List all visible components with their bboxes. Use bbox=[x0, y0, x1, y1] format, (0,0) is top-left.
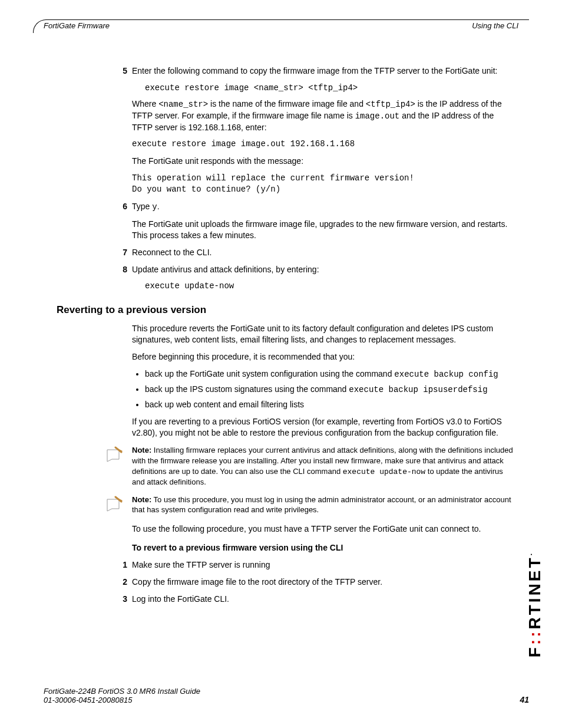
step-2: 2 Copy the firmware image file to the ro… bbox=[132, 577, 516, 588]
step-7: 7 Reconnect to the CLI. bbox=[132, 247, 516, 258]
paragraph: The FortiGate unit uploads the firmware … bbox=[132, 219, 516, 241]
header-right: Using the CLI bbox=[472, 21, 518, 30]
paragraph: To use the following procedure, you must… bbox=[132, 523, 516, 535]
footer: FortiGate-224B FortiOS 3.0 MR6 Install G… bbox=[44, 687, 529, 704]
header-rule bbox=[33, 32, 529, 44]
list-item: back up the IPS custom signatures using … bbox=[145, 384, 516, 396]
note-block: Note: Installing firmware replaces your … bbox=[104, 445, 516, 487]
running-header: FortiGate Firmware Using the CLI bbox=[33, 21, 529, 32]
paragraph: If you are reverting to a previous Forti… bbox=[132, 416, 516, 439]
bullet-list: back up the FortiGate unit system config… bbox=[132, 368, 516, 410]
step-number: 1 bbox=[111, 559, 127, 571]
step-number: 3 bbox=[111, 594, 127, 605]
footer-line2: 01-30006-0451-20080815 bbox=[44, 696, 529, 704]
fortinet-logo: F::RTINET. bbox=[525, 551, 544, 657]
step-text: Enter the following command to copy the … bbox=[132, 66, 497, 75]
step-number: 8 bbox=[111, 264, 127, 275]
section-heading: Reverting to a previous version bbox=[57, 304, 516, 317]
step-5: 5 Enter the following command to copy th… bbox=[132, 65, 516, 77]
step-8: 8 Update antivirus and attack definition… bbox=[132, 264, 516, 275]
step-text: Make sure the TFTP server is running bbox=[132, 560, 270, 569]
note-text: Note: To use this procedure, you must lo… bbox=[132, 495, 516, 515]
step-text: Log into the FortiGate CLI. bbox=[132, 594, 229, 604]
note-text: Note: Installing firmware replaces your … bbox=[132, 445, 516, 487]
step-3: 3 Log into the FortiGate CLI. bbox=[132, 594, 516, 605]
page-number: 41 bbox=[520, 695, 529, 704]
footer-line1: FortiGate-224B FortiOS 3.0 MR6 Install G… bbox=[44, 687, 529, 696]
note-block: Note: To use this procedure, you must lo… bbox=[104, 495, 516, 516]
paragraph: Before beginning this procedure, it is r… bbox=[132, 351, 516, 363]
command-block: execute restore image image.out 192.168.… bbox=[132, 139, 516, 150]
list-item: back up web content and email filtering … bbox=[145, 399, 516, 410]
paragraph: This procedure reverts the FortiGate uni… bbox=[132, 323, 516, 345]
command-block: execute update-now bbox=[145, 281, 516, 292]
step-number: 6 bbox=[111, 201, 127, 212]
step-text: Copy the firmware image file to the root… bbox=[132, 577, 382, 587]
step-1: 1 Make sure the TFTP server is running bbox=[132, 559, 516, 571]
header-left: FortiGate Firmware bbox=[44, 21, 110, 30]
step-text: Reconnect to the CLI. bbox=[132, 248, 211, 257]
step-number: 7 bbox=[111, 247, 127, 258]
command-block: execute restore image <name_str> <tftp_i… bbox=[145, 83, 516, 94]
note-icon bbox=[104, 496, 127, 516]
step-text: Type y. bbox=[132, 202, 160, 211]
step-number: 5 bbox=[111, 65, 127, 77]
step-number: 2 bbox=[111, 577, 127, 588]
list-item: back up the FortiGate unit system config… bbox=[145, 368, 516, 380]
command-block: This operation will replace the current … bbox=[132, 173, 516, 195]
page: FortiGate Firmware Using the CLI 5 Enter… bbox=[0, 0, 562, 728]
note-icon bbox=[104, 446, 127, 467]
paragraph: The FortiGate unit responds with the mes… bbox=[132, 156, 516, 167]
procedure-heading: To revert to a previous firmware version… bbox=[132, 542, 516, 554]
paragraph-where: Where <name_str> is the name of the firm… bbox=[132, 98, 516, 133]
body-content: 5 Enter the following command to copy th… bbox=[132, 65, 516, 605]
step-6: 6 Type y. bbox=[132, 201, 516, 213]
step-text: Update antivirus and attack definitions,… bbox=[132, 265, 319, 274]
